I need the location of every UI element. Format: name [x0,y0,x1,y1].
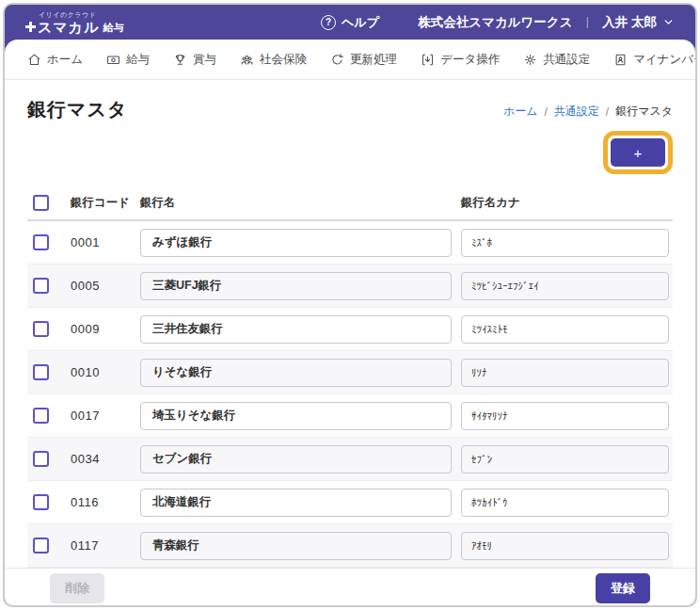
bank-code: 0116 [71,495,140,509]
breadcrumb-separator: / [544,105,547,119]
chevron-down-icon [662,16,675,28]
bank-kana-input[interactable] [461,272,669,300]
logo-brand-suffix: 給与 [103,23,123,33]
breadcrumb-separator: / [606,105,609,119]
nav-item-common-settings[interactable]: 共通設定 [523,52,590,68]
gear-icon [523,53,537,67]
table-row: 0005 [27,265,673,308]
banknote-icon [106,53,120,67]
action-footer: 削除 登録 [5,568,695,605]
nav-item-home[interactable]: ホーム [27,52,83,68]
select-all-checkbox[interactable] [33,195,49,211]
delete-button[interactable]: 削除 [50,573,104,603]
table-row: 0010 [27,351,673,394]
row-checkbox[interactable] [33,364,49,380]
bank-kana-input[interactable] [461,229,669,257]
people-icon [240,53,254,67]
column-header-bank-code: 銀行コード [71,195,140,211]
breadcrumb-link-home[interactable]: ホーム [503,104,538,120]
bank-kana-input[interactable] [461,489,669,517]
bank-code: 0005 [71,279,140,293]
row-checkbox[interactable] [33,451,49,467]
add-bank-button[interactable]: + [611,138,665,167]
bank-code: 0034 [71,452,140,466]
breadcrumb-current-bank-master: 銀行マスタ [615,104,673,120]
nav-item-label: 社会保険 [260,52,307,68]
bank-kana-input[interactable] [461,359,669,387]
bank-name-input[interactable] [140,229,452,257]
nav-item-bonus[interactable]: 賞与 [173,52,216,68]
row-checkbox[interactable] [33,494,49,510]
trophy-icon [173,53,187,67]
bank-code: 0017 [71,409,140,423]
help-label: ヘルプ [342,14,379,31]
logo-tagline: イリイのクラウド [39,11,123,18]
row-checkbox[interactable] [33,278,49,294]
table-row: 0116 [27,481,673,524]
download-bracket-icon [421,53,435,67]
nav-item-payroll[interactable]: 給与 [106,52,150,68]
refresh-icon [330,53,344,67]
bank-kana-input[interactable] [461,402,669,430]
breadcrumb: ホーム/共通設定/銀行マスタ [503,104,673,120]
nav-item-update-process[interactable]: 更新処理 [330,52,397,68]
user-name: 入井 太郎 [602,14,657,31]
bank-code: 0010 [71,365,140,379]
row-checkbox[interactable] [33,321,49,337]
column-header-bank-kana: 銀行名カナ [461,195,673,211]
table-row: 0017 [27,394,673,438]
help-button[interactable]: ? ヘルプ [321,14,379,31]
account-area: 株式会社スマカルワークス ｜ 入井 太郎 [418,14,675,31]
logo-brand: スマカル [38,20,99,34]
bank-name-input[interactable] [140,359,452,387]
page-content: 銀行マスタ ホーム/共通設定/銀行マスタ + 銀行コード 銀行名 銀行名カナ 0… [5,80,695,605]
table-row: 0034 [27,438,673,481]
user-menu[interactable]: 入井 太郎 [602,14,675,31]
bank-name-input[interactable] [140,489,452,517]
main-panel: ホーム給与賞与社会保険更新処理データ操作共通設定マイナンバー管理 銀行マスタ ホ… [5,40,695,605]
bank-code: 0009 [71,322,140,336]
app-header: イリイのクラウド スマカル 給与 ? ヘルプ 株式会社スマカルワークス ｜ 入井… [5,5,695,40]
bank-kana-input[interactable] [461,532,669,560]
bank-name-input[interactable] [140,532,452,560]
column-header-bank-name: 銀行名 [140,195,461,211]
nav-item-label: 給与 [126,52,150,68]
bank-kana-input[interactable] [461,315,669,344]
nav-item-label: 更新処理 [350,52,397,68]
home-icon [27,53,41,67]
company-name: 株式会社スマカルワークス [418,14,572,31]
row-checkbox[interactable] [33,408,49,424]
account-separator: ｜ [581,14,593,30]
bank-code: 0001 [71,235,140,249]
table-row: 0117 [27,524,673,568]
table-row: 0001 [27,221,673,265]
bank-name-input[interactable] [140,315,452,344]
nav-item-label: 賞与 [193,52,216,68]
bank-code: 0117 [71,538,140,553]
nav-item-label: マイナンバー [633,52,695,68]
page-title: 銀行マスタ [27,97,127,122]
app-window: イリイのクラウド スマカル 給与 ? ヘルプ 株式会社スマカルワークス ｜ 入井… [3,3,697,607]
table-body: 0001 0005 0009 0010 0017 0034 0116 [27,221,673,568]
bank-name-input[interactable] [140,445,452,474]
question-circle-icon: ? [321,15,336,30]
row-checkbox[interactable] [33,538,49,554]
table-header-row: 銀行コード 銀行名 銀行名カナ [27,185,673,221]
nav-item-social-insurance[interactable]: 社会保険 [240,52,307,68]
table-row: 0009 [27,308,673,351]
app-logo: イリイのクラウド スマカル 給与 [25,11,123,34]
nav-item-label: ホーム [47,52,83,68]
row-checkbox[interactable] [33,234,49,250]
add-button-highlight-ring: + [603,131,673,174]
bank-name-input[interactable] [140,272,452,300]
bank-name-input[interactable] [140,402,452,430]
main-nav: ホーム給与賞与社会保険更新処理データ操作共通設定マイナンバー管理 [5,40,695,80]
id-card-icon [613,53,628,67]
nav-item-data-operation[interactable]: データ操作 [421,52,500,68]
logo-plus-icon [25,22,36,32]
nav-item-my-number[interactable]: マイナンバー [613,52,695,68]
nav-item-label: 共通設定 [543,52,590,68]
register-button[interactable]: 登録 [596,573,650,603]
breadcrumb-link-common-settings[interactable]: 共通設定 [554,104,599,120]
bank-kana-input[interactable] [461,445,669,474]
